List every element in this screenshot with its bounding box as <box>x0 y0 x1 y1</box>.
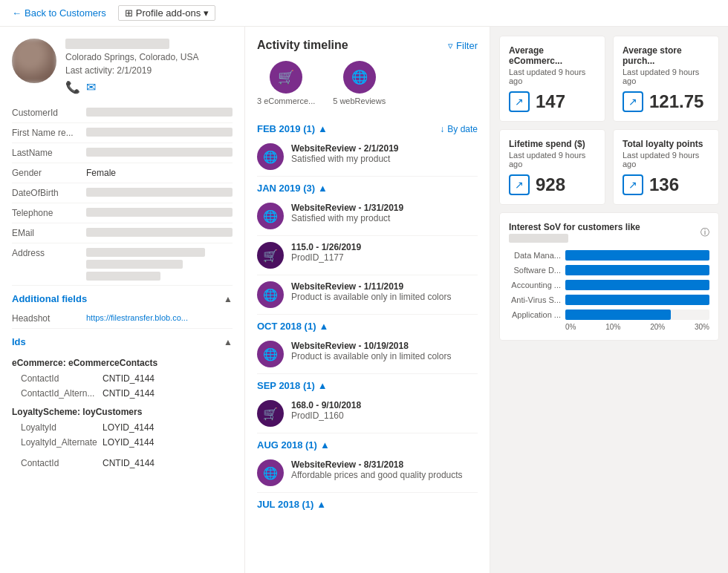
trend-up-icon: ↗ <box>623 174 643 195</box>
chevron-up-icon: ▲ <box>318 380 328 391</box>
phone-icon[interactable]: 📞 <box>65 80 80 94</box>
chevron-up-icon: ▲ <box>319 321 328 332</box>
timeline-item: 🛒 168.0 - 9/10/2018 ProdID_1160 <box>257 394 478 433</box>
timeline-group-sep2018-label[interactable]: SEP 2018 (1) ▲ <box>257 380 328 391</box>
ids-label-loyaltyid: LoyaltyId <box>21 422 103 433</box>
profile-info: Colorado Springs, Colorado, USA Last act… <box>65 39 233 94</box>
back-to-customers-link[interactable]: ← Back to Customers <box>12 7 106 19</box>
activity-icon-ecommerce[interactable]: 🛒 3 eCommerce... <box>257 61 315 105</box>
kpi-card-avg-ecommerce: Average eCommerc... Last updated 9 hours… <box>499 36 605 122</box>
field-label-headshot: Headshot <box>12 313 86 324</box>
profile-addons-button[interactable]: ⊞ Profile add-ons ▾ <box>118 5 215 21</box>
center-panel: Activity timeline ▿ Filter 🛒 3 eCommerce… <box>245 27 490 573</box>
timeline-event-title: WebsiteReview - 1/11/2019 <box>291 281 478 292</box>
ids-field-contactid-alt: ContactId_Altern... CNTID_4144 <box>12 386 233 401</box>
chevron-up-icon: ▲ <box>316 499 326 510</box>
timeline-event-desc: Satisfied with my product <box>291 154 478 164</box>
bar-row: Accounting ... <box>509 280 709 290</box>
kpi-value-loyalty-points: 136 <box>649 174 679 195</box>
timeline-event-title: 168.0 - 9/10/2018 <box>291 400 478 410</box>
field-value-headshot[interactable]: https://filestransfer.blob.co... <box>86 313 233 322</box>
field-row-gender: Gender Female <box>12 163 233 183</box>
ids-section-header[interactable]: Ids ▲ <box>12 329 233 352</box>
timeline-group-oct2018: OCT 2018 (1) ▲ <box>257 315 478 335</box>
chart-x-labels: 0% 10% 20% 30% <box>509 323 709 331</box>
timeline-event-desc: Product is available only in limited col… <box>291 351 478 361</box>
ids-label-contactid: ContactId <box>21 373 103 384</box>
filter-icon: ▿ <box>448 40 453 51</box>
ids-label-loyaltyid-alt: LoyaltyId_Alternate <box>21 437 103 448</box>
kpi-card-loyalty-points: Total loyalty points Last updated 9 hour… <box>613 129 719 205</box>
field-label-telephone: Telephone <box>12 208 86 218</box>
activity-icon-webreviews[interactable]: 🌐 5 webReviews <box>333 61 386 105</box>
field-value-customerid <box>86 108 233 117</box>
timeline-group-jul2018-label[interactable]: JUL 2018 (1) ▲ <box>257 499 326 510</box>
bar-chart: Data Mana...Software D...Accounting ...A… <box>509 250 709 320</box>
timeline-group-feb2019-label[interactable]: FEB 2019 (1) ▲ <box>257 123 328 134</box>
field-value-gender: Female <box>86 168 233 178</box>
profile-location: Colorado Springs, Colorado, USA <box>65 52 233 62</box>
timeline-icon: 🛒 <box>257 242 284 269</box>
kpi-card-avg-store: Average store purch... Last updated 9 ho… <box>613 36 719 122</box>
chevron-up-icon: ▲ <box>318 123 328 134</box>
trend-up-icon: ↗ <box>623 91 643 112</box>
bar-track <box>565 310 709 320</box>
timeline-item: 🌐 WebsiteReview - 10/19/2018 Product is … <box>257 335 478 374</box>
kpi-row-2: Lifetime spend ($) Last updated 9 hours … <box>499 129 719 205</box>
field-label-customerid: CustomerId <box>12 108 86 118</box>
chart-title: Interest SoV for customers like <box>509 222 701 243</box>
bar-row: Data Mana... <box>509 250 709 261</box>
left-panel: Colorado Springs, Colorado, USA Last act… <box>0 27 245 573</box>
by-date-button[interactable]: ↓ By date <box>440 124 478 134</box>
kpi-subtitle-lifetime-spend: Last updated 9 hours ago <box>509 151 596 168</box>
timeline-event-title: WebsiteReview - 10/19/2018 <box>291 341 478 351</box>
webreviews-label: 5 webReviews <box>333 96 386 105</box>
ids-extra-group: ContactId CNTID_4144 <box>12 456 233 471</box>
field-row-headshot: Headshot https://filestransfer.blob.co..… <box>12 309 233 329</box>
ids-group-title-loyalty: LoyaltyScheme: loyCustomers <box>12 407 233 417</box>
bar-track <box>565 250 709 261</box>
timeline-icon: 🌐 <box>257 459 284 486</box>
kpi-card-lifetime-spend: Lifetime spend ($) Last updated 9 hours … <box>499 129 605 205</box>
timeline-group-jan2019-label[interactable]: JAN 2019 (3) ▲ <box>257 183 328 194</box>
timeline-group-aug2018-label[interactable]: AUG 2018 (1) ▲ <box>257 439 330 451</box>
ids-field-contactid: ContactId CNTID_4144 <box>12 371 233 386</box>
ids-label-contactid-alt: ContactId_Altern... <box>21 388 103 399</box>
trend-up-icon: ↗ <box>509 91 530 112</box>
kpi-title-avg-ecommerce: Average eCommerc... <box>509 45 596 66</box>
activity-icons-row: 🛒 3 eCommerce... 🌐 5 webReviews <box>257 61 478 105</box>
ecommerce-label: 3 eCommerce... <box>257 96 315 105</box>
email-icon[interactable]: ✉ <box>86 80 96 94</box>
bar-fill <box>565 295 709 305</box>
additional-fields-chevron-icon: ▲ <box>224 294 233 304</box>
field-row-firstname: First Name re... <box>12 123 233 143</box>
field-label-gender: Gender <box>12 168 86 178</box>
chart-title-prefix: Interest SoV for customers like <box>509 222 640 232</box>
bar-fill <box>565 280 709 290</box>
ids-section-title: Ids <box>12 336 26 347</box>
timeline-group-feb2019: FEB 2019 (1) ▲ ↓ By date <box>257 117 478 137</box>
ids-field-loyaltyid: LoyaltyId LOYID_4144 <box>12 420 233 435</box>
webreviews-circle: 🌐 <box>343 61 376 94</box>
timeline-group-oct2018-label[interactable]: OCT 2018 (1) ▲ <box>257 321 328 332</box>
sort-icon: ↓ <box>440 124 444 134</box>
field-value-firstname <box>86 128 233 137</box>
additional-fields-header[interactable]: Additional fields ▲ <box>12 286 233 309</box>
timeline-icon: 🌐 <box>257 203 284 229</box>
field-value-telephone <box>86 208 233 217</box>
bar-track <box>565 295 709 305</box>
profile-contact-icons: 📞 ✉ <box>65 80 233 94</box>
field-row-telephone: Telephone <box>12 203 233 223</box>
bar-label: Anti-Virus S... <box>509 295 561 304</box>
profile-name <box>65 39 169 49</box>
ids-group-title-ecommerce: eCommerce: eCommerceContacts <box>12 358 233 368</box>
kpi-subtitle-avg-store: Last updated 9 hours ago <box>623 68 709 85</box>
profile-addons-label: Profile add-ons <box>136 7 201 19</box>
chart-info-icon[interactable]: ⓘ <box>701 226 709 239</box>
timeline-group-jul2018: JUL 2018 (1) ▲ <box>257 493 478 513</box>
timeline-icon-websitrereview-0: 🌐 <box>257 143 284 170</box>
timeline-group-jan2019: JAN 2019 (3) ▲ <box>257 177 478 197</box>
ids-label-contactid2: ContactId <box>21 458 103 468</box>
bar-label: Data Mana... <box>509 251 561 260</box>
filter-button[interactable]: ▿ Filter <box>448 40 478 51</box>
